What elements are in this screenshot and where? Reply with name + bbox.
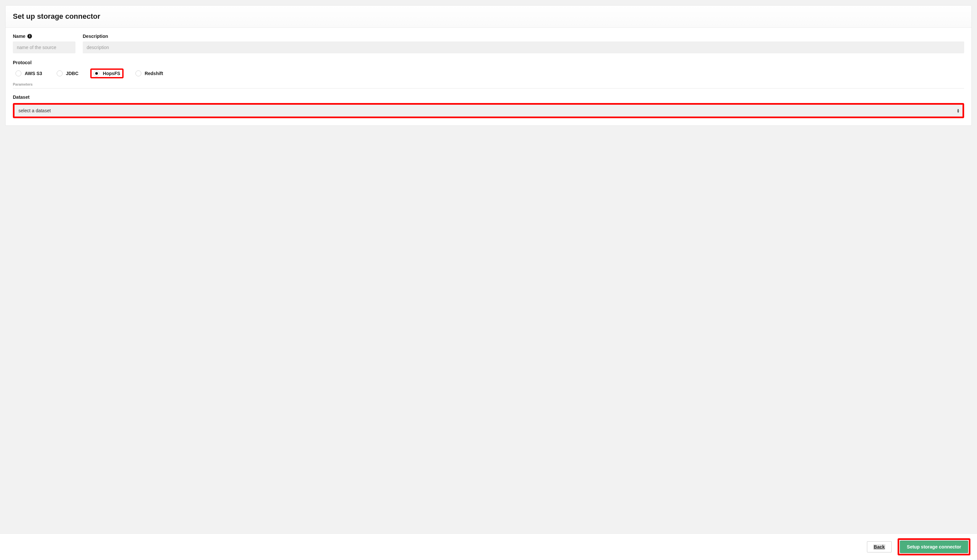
dataset-select[interactable]: select a dataset ▴▾ xyxy=(15,105,962,117)
protocol-option-aws-s3[interactable]: AWS S3 xyxy=(13,69,45,78)
description-label: Description xyxy=(83,33,964,39)
radio-label: HopsFS xyxy=(103,71,120,76)
protocol-label: Protocol xyxy=(13,60,964,65)
storage-connector-card: Set up storage connector Name i Descript… xyxy=(5,5,972,126)
description-input[interactable] xyxy=(83,42,964,53)
protocol-option-jdbc[interactable]: JDBC xyxy=(54,69,81,78)
description-label-text: Description xyxy=(83,33,108,39)
info-icon[interactable]: i xyxy=(27,34,32,38)
card-header: Set up storage connector xyxy=(6,6,971,28)
dataset-highlight: select a dataset ▴▾ xyxy=(13,103,964,118)
card-body: Name i Description Protocol AWS S3 xyxy=(6,28,971,125)
protocol-option-redshift[interactable]: Redshift xyxy=(133,69,166,78)
page-title: Set up storage connector xyxy=(13,12,964,21)
radio-icon xyxy=(94,70,100,77)
radio-label: Redshift xyxy=(145,71,163,76)
radio-label: AWS S3 xyxy=(25,71,42,76)
dataset-select-button[interactable]: select a dataset xyxy=(15,105,962,117)
dataset-label: Dataset xyxy=(13,95,964,100)
radio-icon xyxy=(57,70,63,77)
radio-label: JDBC xyxy=(66,71,79,76)
protocol-option-hopsfs[interactable]: HopsFS xyxy=(90,68,124,78)
name-label-text: Name xyxy=(13,33,25,39)
name-label: Name i xyxy=(13,33,75,39)
radio-icon xyxy=(136,70,141,77)
protocol-radio-group: AWS S3 JDBC HopsFS Redshift xyxy=(13,68,964,78)
parameters-label: Parameters xyxy=(13,82,964,88)
radio-icon xyxy=(15,70,22,77)
name-input[interactable] xyxy=(13,42,75,53)
